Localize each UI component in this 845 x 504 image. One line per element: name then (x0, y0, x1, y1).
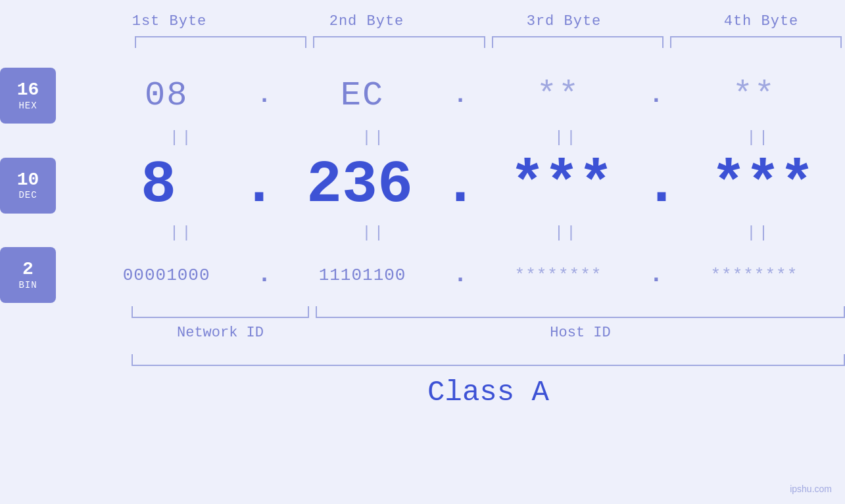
byte-2-header: 2nd Byte (268, 13, 466, 30)
main-container: 1st Byte 2nd Byte 3rd Byte 4th Byte 16 H… (0, 0, 845, 504)
dec-dot-2: . (443, 152, 478, 219)
hex-byte-4: ** (664, 76, 845, 115)
bin-row: 2 BIN 00001000 . 11101100 . ******** . *… (0, 247, 845, 303)
hex-row: 16 HEX 08 . EC . ** . ** (0, 68, 845, 124)
eq-2-4: || (673, 219, 846, 247)
eq-2-2: || (288, 219, 461, 247)
hex-dot-1: . (257, 82, 272, 109)
equals-values-2: || || || || (95, 219, 845, 247)
hex-dot-2: . (453, 82, 468, 109)
network-id-label: Network ID (132, 325, 309, 341)
bin-values: 00001000 . 11101100 . ******** . *******… (76, 262, 845, 288)
equals-row-1: || || || || (0, 124, 845, 152)
top-brackets (132, 36, 845, 48)
bin-badge-number: 2 (22, 260, 34, 280)
byte-headers: 1st Byte 2nd Byte 3rd Byte 4th Byte (71, 13, 846, 30)
bracket-3 (492, 36, 664, 48)
bin-val-3: ******** (515, 265, 602, 285)
dec-dot-1: . (241, 152, 277, 219)
eq-1-1: || (95, 124, 268, 152)
watermark: ipshu.com (790, 484, 832, 494)
bracket-4 (670, 36, 842, 48)
dec-val-4: *** (711, 152, 813, 219)
hex-byte-3: ** (468, 76, 649, 115)
dec-val-1: 8 (141, 152, 176, 219)
hex-val-1: 08 (145, 76, 188, 115)
bin-val-4: ******** (710, 265, 798, 285)
hex-values: 08 . EC . ** . ** (76, 76, 845, 115)
full-bracket-container: Class A (132, 354, 845, 409)
hex-val-3: ** (537, 76, 580, 115)
hex-dot-3: . (649, 82, 664, 109)
dec-byte-3: *** (478, 152, 644, 219)
host-id-label: Host ID (316, 325, 845, 341)
byte-4-header: 4th Byte (663, 13, 846, 30)
hex-val-2: EC (341, 76, 384, 115)
bin-byte-1: 00001000 (76, 265, 257, 285)
dec-byte-4: *** (679, 152, 845, 219)
hex-val-4: ** (733, 76, 776, 115)
hex-byte-1: 08 (76, 76, 257, 115)
bin-byte-2: 11101100 (272, 265, 453, 285)
class-label: Class A (132, 376, 845, 409)
bin-byte-3: ******** (468, 265, 649, 285)
bin-dot-1: . (257, 262, 272, 288)
dec-byte-1: 8 (76, 152, 241, 219)
bin-dot-2: . (453, 262, 468, 288)
bracket-host (316, 306, 845, 318)
eq-1-2: || (288, 124, 461, 152)
bin-badge: 2 BIN (0, 247, 56, 303)
dec-row: 10 DEC 8 . 236 . *** . *** (0, 152, 845, 219)
bracket-1 (135, 36, 306, 48)
bin-badge-label: BIN (18, 280, 37, 290)
dec-badge-label: DEC (18, 190, 37, 200)
bin-val-1: 00001000 (123, 265, 210, 285)
dec-badge-number: 10 (17, 170, 39, 191)
hex-badge-label: HEX (18, 101, 37, 111)
eq-1-3: || (480, 124, 653, 152)
hex-byte-2: EC (272, 76, 453, 115)
dec-byte-2: 236 (277, 152, 443, 219)
id-labels: Network ID Host ID (132, 325, 845, 341)
dec-values: 8 . 236 . *** . *** (76, 152, 845, 219)
bottom-brackets-section: Network ID Host ID (132, 306, 845, 341)
bin-byte-4: ******** (664, 265, 845, 285)
equals-row-2: || || || || (0, 219, 845, 247)
dec-val-2: 236 (306, 152, 413, 219)
eq-1-4: || (673, 124, 846, 152)
bin-dot-3: . (649, 262, 664, 288)
bin-val-2: 11101100 (319, 265, 406, 285)
hex-badge: 16 HEX (0, 68, 56, 124)
eq-2-1: || (95, 219, 268, 247)
full-bracket (132, 354, 845, 366)
hex-badge-number: 16 (17, 80, 39, 101)
byte-3-header: 3rd Byte (466, 13, 663, 30)
bracket-network (132, 306, 309, 318)
bottom-brackets (132, 306, 845, 318)
dec-val-3: *** (510, 152, 612, 219)
dec-dot-3: . (644, 152, 679, 219)
bracket-2 (313, 36, 485, 48)
byte-1-header: 1st Byte (71, 13, 268, 30)
dec-badge: 10 DEC (0, 158, 56, 214)
equals-values-1: || || || || (95, 124, 845, 152)
eq-2-3: || (480, 219, 653, 247)
